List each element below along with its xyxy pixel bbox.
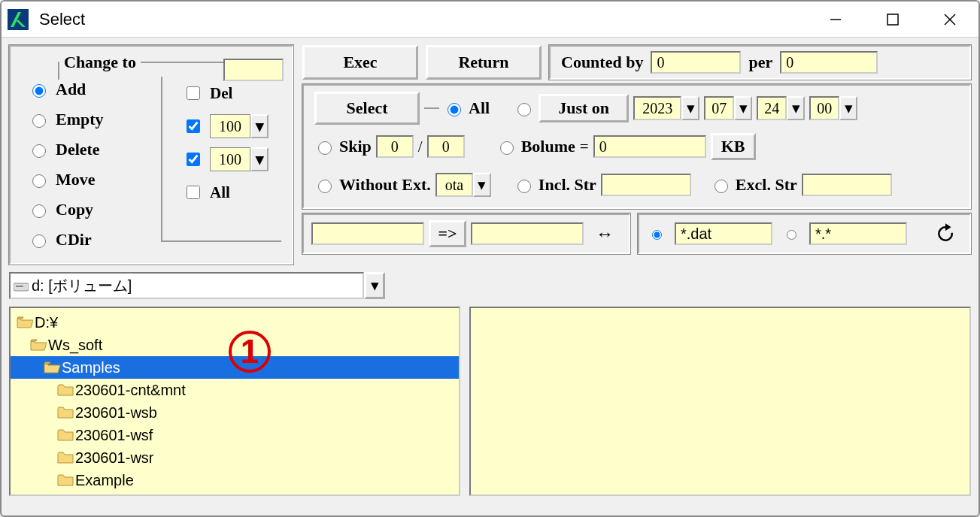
change-radio-input-delete[interactable] (32, 144, 46, 158)
tree-item-label: 230601-wsr (75, 449, 154, 467)
change-radio-cdir[interactable]: CDir (29, 230, 104, 249)
swap-icon[interactable]: ↔ (588, 220, 621, 247)
all-radio[interactable] (448, 103, 461, 116)
tree-item[interactable]: D:¥ (11, 311, 459, 334)
tree-item[interactable]: 230601-wsb (11, 401, 459, 424)
tree-item-label: 230601-wsb (75, 404, 157, 422)
select-button[interactable]: Select (314, 92, 420, 125)
minimize-button[interactable] (821, 8, 851, 32)
folder-icon (30, 338, 47, 352)
day-combo[interactable] (757, 96, 787, 120)
maximize-button[interactable] (878, 8, 908, 32)
spin1-checkbox[interactable] (187, 119, 200, 133)
kb-button[interactable]: KB (711, 133, 756, 160)
hour-dd[interactable]: ▾ (839, 96, 857, 120)
change-radio-copy[interactable]: Copy (29, 200, 104, 219)
folder-icon (57, 383, 74, 397)
year-dd[interactable]: ▾ (681, 96, 699, 120)
tree-item[interactable]: 230601-wsr (11, 446, 459, 469)
change-radio-input-cdir[interactable] (32, 234, 46, 248)
change-radio-label: Delete (56, 140, 100, 159)
counted-label: Counted by (561, 53, 643, 72)
spin2-checkbox[interactable] (187, 153, 200, 166)
bolume-input[interactable] (593, 135, 706, 158)
folder-tree[interactable]: 1 D:¥Ws_softSamples230601-cnt&mnt230601-… (9, 307, 460, 496)
change-radio-input-add[interactable] (32, 84, 46, 98)
incl-str-radio[interactable] (517, 180, 531, 193)
drive-dropdown[interactable]: ▾ (364, 272, 385, 299)
svg-rect-2 (887, 14, 898, 25)
incl-str-input[interactable] (601, 174, 691, 196)
change-to-side: Del ▾ ▾ All (161, 77, 281, 242)
change-radio-input-empty[interactable] (32, 114, 46, 128)
tree-item[interactable]: 230601-cnt&mnt (11, 379, 459, 401)
filter-input-2[interactable] (809, 222, 907, 245)
just-on-radio[interactable] (517, 103, 531, 116)
hour-combo[interactable] (809, 96, 839, 120)
file-list[interactable] (469, 307, 971, 496)
without-ext-radio[interactable] (318, 180, 332, 193)
counted-input-1[interactable] (651, 51, 741, 74)
tree-item-label: 230601-cnt&mnt (75, 382, 186, 399)
all-radio-label: All (469, 98, 490, 118)
del-label: Del (210, 84, 232, 103)
rename-dst-input[interactable] (471, 222, 584, 245)
year-combo[interactable] (633, 96, 681, 120)
change-radio-delete[interactable]: Delete (29, 140, 104, 159)
change-radio-label: Add (56, 80, 86, 99)
day-dd[interactable]: ▾ (787, 96, 805, 120)
tree-item[interactable]: Example (11, 469, 459, 491)
per-label: per (748, 53, 772, 72)
excl-str-label: Excl. Str (736, 175, 797, 195)
filter-input-1[interactable] (675, 222, 772, 245)
app-icon (8, 9, 29, 30)
return-button[interactable]: Return (426, 45, 542, 80)
drive-selector[interactable]: ▾ (9, 272, 385, 299)
change-radio-input-move[interactable] (32, 174, 46, 188)
skip-label: Skip (339, 137, 372, 156)
folder-icon (57, 406, 74, 419)
all-label: All (210, 183, 230, 202)
excl-str-input[interactable] (802, 174, 892, 196)
month-combo[interactable] (704, 96, 734, 120)
spin1-input[interactable] (210, 114, 250, 138)
bolume-radio[interactable] (500, 141, 514, 155)
change-radio-label: Move (56, 170, 96, 189)
tree-item-label: 230601-wsf (75, 427, 153, 444)
skip-radio[interactable] (318, 141, 332, 155)
drive-input[interactable] (9, 272, 364, 299)
change-to-panel: Change to AddEmptyDeleteMoveCopyCDir Del… (9, 45, 293, 265)
month-dd[interactable]: ▾ (734, 96, 752, 120)
exec-button[interactable]: Exec (302, 45, 418, 80)
skip-input-2[interactable] (427, 135, 465, 158)
skip-input-1[interactable] (376, 135, 414, 158)
change-radio-label: Empty (56, 110, 104, 129)
spin2-input[interactable] (210, 147, 250, 171)
drive-icon (14, 278, 29, 289)
change-radio-input-copy[interactable] (32, 204, 46, 218)
counted-input-2[interactable] (780, 51, 878, 74)
rename-src-input[interactable] (311, 222, 424, 245)
rename-arrow-button[interactable]: => (429, 220, 466, 247)
tree-item[interactable]: 230601-wsf (11, 424, 459, 446)
spin1-dropdown[interactable]: ▾ (250, 114, 269, 138)
close-button[interactable] (935, 8, 965, 32)
all-checkbox[interactable] (187, 186, 200, 199)
filter-radio-2[interactable] (787, 230, 796, 240)
filter-panel (638, 213, 971, 254)
change-radio-label: Copy (56, 200, 93, 219)
change-radio-move[interactable]: Move (29, 170, 104, 189)
rename-panel: => ↔ (302, 213, 630, 254)
del-checkbox[interactable] (187, 86, 200, 100)
excl-str-radio[interactable] (715, 180, 728, 193)
counted-panel: Counted by per (549, 45, 971, 80)
refresh-icon[interactable] (930, 219, 960, 249)
spin2-dropdown[interactable]: ▾ (250, 147, 269, 171)
just-on-button[interactable]: Just on (539, 94, 629, 122)
without-ext-dd[interactable]: ▾ (473, 173, 491, 197)
change-radio-empty[interactable]: Empty (29, 110, 104, 129)
change-radio-add[interactable]: Add (29, 80, 104, 99)
without-ext-combo[interactable] (435, 173, 473, 197)
filter-radio-1[interactable] (652, 230, 662, 240)
change-to-fieldset: Change to (58, 53, 284, 80)
